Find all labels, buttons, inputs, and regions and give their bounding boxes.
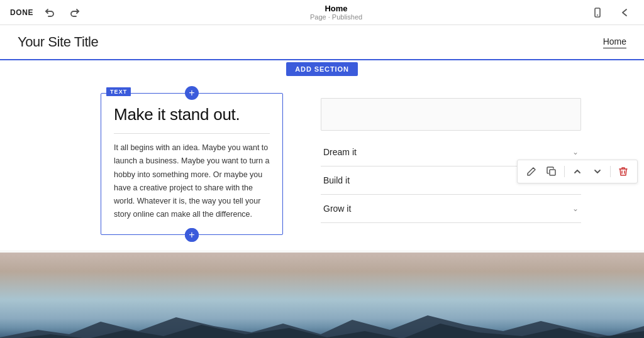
site-nav: Home — [603, 36, 626, 48]
toolbar-left: DONE — [10, 4, 84, 21]
right-column: Dream it ⌄ Build it ⌄ Grow it ⌄ — [321, 93, 581, 223]
redo-button[interactable] — [66, 4, 84, 21]
add-above-button[interactable]: + — [185, 86, 199, 100]
top-toolbar: DONE Home Page · Published — [0, 0, 644, 25]
block-body: It all begins with an idea. Maybe you wa… — [114, 141, 270, 222]
placeholder-image — [321, 98, 581, 131]
done-button[interactable]: DONE — [10, 8, 33, 17]
toolbar-divider — [564, 166, 565, 177]
toolbar-divider-2 — [610, 166, 611, 177]
add-section-bar: ADD SECTION — [0, 60, 644, 78]
site-title: Your Site Title — [18, 34, 98, 50]
add-below-button[interactable]: + — [185, 228, 199, 242]
edit-toolbar — [517, 160, 638, 183]
accordion-label-1: Dream it — [323, 147, 357, 157]
nav-item-home[interactable]: Home — [603, 36, 626, 48]
toolbar-center: Home Page · Published — [310, 4, 362, 21]
accordion-label-2: Build it — [323, 175, 350, 185]
site-header: Your Site Title Home — [0, 25, 644, 60]
back-button[interactable] — [616, 4, 634, 21]
page-name: Home — [325, 4, 347, 13]
delete-button[interactable] — [614, 163, 632, 180]
page-status: Page · Published — [310, 13, 362, 21]
svg-rect-0 — [595, 8, 600, 17]
accordion-item-3[interactable]: Grow it ⌄ — [321, 195, 581, 223]
main-content: TEXT + Make it stand out. + It all begin… — [0, 78, 644, 338]
add-section-button[interactable]: ADD SECTION — [286, 62, 357, 76]
move-up-button[interactable] — [569, 163, 586, 180]
hero-image — [0, 253, 644, 338]
chevron-down-icon-1: ⌄ — [572, 148, 579, 156]
toolbar-right — [589, 4, 634, 21]
edit-button[interactable] — [523, 163, 540, 180]
accordion-header-3[interactable]: Grow it ⌄ — [321, 195, 581, 222]
text-block[interactable]: TEXT + Make it stand out. + It all begin… — [101, 93, 283, 235]
block-heading: Make it stand out. — [114, 105, 270, 124]
mountain-silhouette — [0, 312, 644, 338]
undo-button[interactable] — [41, 4, 58, 21]
block-divider — [114, 133, 270, 134]
move-down-button[interactable] — [589, 163, 606, 180]
accordion-label-3: Grow it — [323, 204, 351, 214]
svg-rect-2 — [550, 170, 555, 175]
text-block-label: TEXT — [106, 87, 131, 96]
chevron-down-icon-3: ⌄ — [572, 204, 579, 213]
mobile-preview-button[interactable] — [589, 4, 606, 21]
duplicate-button[interactable] — [543, 163, 560, 180]
